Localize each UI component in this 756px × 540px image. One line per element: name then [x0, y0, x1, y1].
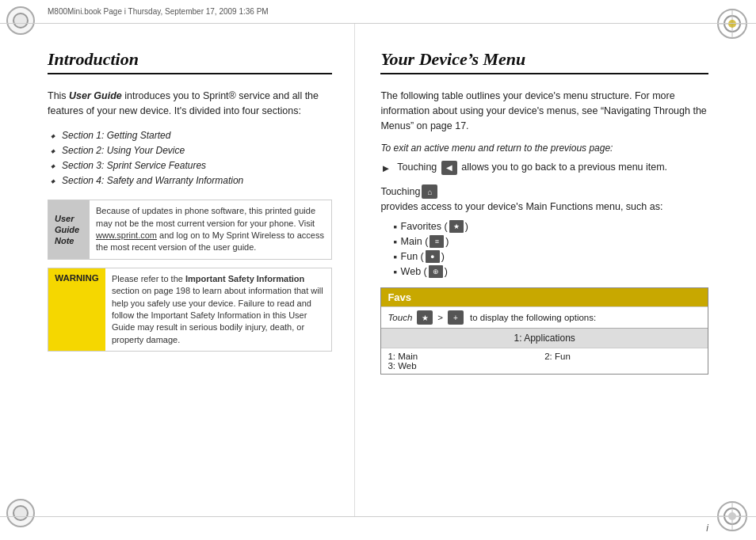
sprint-link[interactable]: www.sprint.com — [96, 230, 157, 240]
back-instruction-row: ► Touching ◀ allows you to go back to a … — [380, 160, 708, 177]
menu-item-main: Main ( ≡ ) — [393, 235, 708, 248]
note-content: Because of updates in phone software, th… — [90, 200, 331, 259]
note-label: User Guide Note — [48, 200, 90, 259]
topbar-text: M800Mini.book Page i Thursday, September… — [48, 7, 269, 16]
touching-after: provides access to your device's Main Fu… — [380, 200, 662, 215]
favs-suffix: to display the following options: — [470, 313, 596, 322]
touching-home-line: Touching ⌂ provides access to your devic… — [380, 184, 708, 215]
user-guide-note-box: User Guide Note Because of updates in ph… — [48, 200, 332, 260]
list-item: Section 4: Safety and Warranty Informati… — [51, 173, 332, 188]
warning-box: WARNING Please refer to the Important Sa… — [48, 268, 332, 352]
favs-section-header: 1: Applications — [381, 328, 708, 348]
right-column: Your Device’s Menu The following table o… — [355, 24, 756, 516]
favs-items-row: 1: Main 2: Fun 3: Web — [381, 348, 708, 374]
favs-col1: 1: Main — [388, 352, 544, 361]
menu-item-favorites: Favorites ( ★ ) — [393, 220, 708, 233]
favs-header: Favs — [381, 288, 708, 306]
top-bar: M800Mini.book Page i Thursday, September… — [0, 0, 756, 24]
device-menu-p1: The following table outlines your device… — [380, 89, 708, 133]
page-number: i — [706, 523, 708, 534]
list-item: Section 1: Getting Started — [51, 128, 332, 143]
favorites-icon: ★ — [449, 220, 464, 233]
home-button-icon[interactable]: ⌂ — [422, 184, 437, 199]
intro-paragraph: This User Guide introduces you to Sprint… — [48, 89, 332, 119]
favs-table: Favs Touch ★ > + to display the followin… — [380, 287, 708, 375]
favs-touch-row: Touch ★ > + to display the following opt… — [381, 306, 708, 328]
favs-gt: > — [437, 313, 443, 322]
list-item: Section 3: Sprint Service Features — [51, 158, 332, 173]
menu-item-web: Web ( ⊕ ) — [393, 265, 708, 278]
warning-content: Please refer to the Important Safety Inf… — [105, 268, 331, 351]
main-content: Introduction This User Guide introduces … — [0, 24, 756, 516]
exit-instruction: To exit an active menu and return to the… — [380, 143, 708, 154]
list-item: Section 2: Using Your Device — [51, 143, 332, 158]
touch-word: Touch — [388, 313, 412, 322]
fun-icon: ● — [426, 250, 440, 263]
favs-star-icon[interactable]: ★ — [417, 310, 433, 325]
back-button-icon[interactable]: ◀ — [441, 161, 457, 175]
arrow-right-symbol: ► — [380, 161, 391, 177]
warning-label: WARNING — [48, 268, 105, 351]
left-column: Introduction This User Guide introduces … — [0, 24, 355, 516]
menu-items-list: Favorites ( ★ ) Main ( ≡ ) Fun ( ● ) Web… — [393, 220, 708, 278]
sections-list: Section 1: Getting Started Section 2: Us… — [48, 128, 332, 189]
warning-bold-text: Important Safety Information — [185, 274, 304, 283]
menu-item-fun: Fun ( ● ) — [393, 250, 708, 263]
intro-title: Introduction — [48, 49, 332, 74]
device-menu-title: Your Device’s Menu — [380, 49, 708, 74]
back-instruction-text: Touching ◀ allows you to go back to a pr… — [397, 160, 667, 175]
intro-p1-em: User Guide — [69, 90, 122, 101]
favs-col3: 3: Web — [388, 361, 416, 371]
intro-p1-before: This — [48, 90, 69, 101]
favs-col2: 2: Fun — [544, 352, 701, 361]
favs-plus-icon[interactable]: + — [448, 310, 464, 325]
touching-before: Touching — [380, 184, 420, 200]
bottom-bar: i — [0, 516, 756, 540]
main-icon: ≡ — [430, 235, 444, 248]
web-icon: ⊕ — [429, 265, 443, 278]
